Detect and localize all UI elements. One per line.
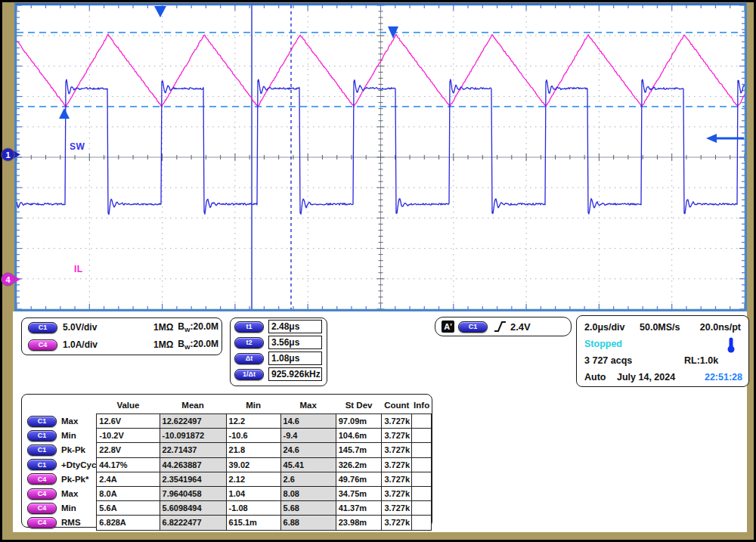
channel-badge: C1 (27, 416, 57, 427)
column-header: Mean (160, 397, 226, 414)
measurement-results-table: ValueMeanMinMaxSt DevCountInfo C1Max12.6… (25, 397, 432, 531)
column-header: St Dev (336, 397, 382, 414)
c4-min-marker-icon (59, 108, 70, 119)
cursor-t2-badge: t2 (234, 337, 264, 348)
measurement-row[interactable]: C1+DtyCyc44.17%44.26388739.0245.41326.2m… (25, 457, 432, 472)
measurement-value: -10.6 (226, 429, 280, 443)
channel-settings-panel: C1 5.0V/div 1MΩ BW:20.0M C4 1.0A/div 1MΩ… (21, 317, 222, 355)
measurement-value: 22.71437 (160, 443, 226, 457)
measurement-name: Pk-Pk (61, 445, 85, 454)
measurement-value: -9.4 (280, 429, 336, 443)
measurement-value: 3.727k (382, 457, 412, 472)
channel4-ground-marker[interactable]: 4 (1, 272, 23, 286)
measurement-row[interactable]: C4Pk-Pk*2.4A2.35419642.122.649.76m3.727k (25, 472, 432, 486)
trigger-level-value: 2.4V (510, 321, 531, 333)
measurement-value (412, 501, 432, 516)
channel4-impedance: 1MΩ (153, 339, 173, 350)
measurement-results-panel: ValueMeanMinMaxSt DevCountInfo C1Max12.6… (21, 394, 432, 528)
measurement-name: Pk-Pk* (61, 475, 88, 484)
measurement-value: -10.2V (97, 429, 160, 443)
measurement-value: 44.17% (97, 457, 160, 472)
channel4-scale: 1.0A/div (63, 339, 125, 350)
measurement-value: 3.727k (382, 443, 412, 457)
measurement-value: 21.8 (226, 443, 280, 457)
measurement-value (412, 414, 432, 429)
acquisition-count: 3 727 acqs (584, 355, 632, 366)
cursor-t2-row: t2 3.56μs (234, 335, 327, 350)
channel1-badge[interactable]: C1 (28, 322, 57, 333)
channel-badge: C1 (27, 444, 57, 456)
date-value: July 14, 2024 (617, 372, 675, 382)
measurement-value: 326.2m (336, 457, 382, 472)
measurement-value: 6.828A (97, 516, 160, 530)
measurement-value: 41.37m (336, 501, 382, 516)
measurement-value: 12.622497 (160, 414, 226, 429)
measurement-value: 3.727k (382, 486, 412, 500)
measurement-value: 12.2 (226, 414, 280, 429)
measurement-value: 8.0A (97, 486, 160, 500)
channel1-ground-marker[interactable]: 1 (1, 147, 23, 162)
measurement-value: 97.09m (336, 414, 382, 429)
measurement-value (412, 429, 432, 443)
channel-badge: C4 (27, 517, 57, 528)
measurement-row[interactable]: C4Max8.0A7.96404581.048.0834.75m3.727k (25, 486, 432, 500)
resolution-value: 20.0ns/pt (700, 322, 741, 333)
measurement-row[interactable]: C1Max12.6V12.62249712.214.697.09m3.727k (25, 414, 432, 429)
measurement-label: C1Pk-Pk (25, 443, 97, 457)
measurement-name: +DtyCyc (61, 460, 96, 469)
trigger-position-marker[interactable] (154, 6, 166, 17)
measurement-value: 14.6 (280, 414, 336, 429)
measurement-row[interactable]: C1Pk-Pk22.8V22.7143721.824.6145.7m3.727k (25, 443, 432, 457)
cursor-frequency-value: 925.926kHz (268, 367, 322, 381)
measurement-value (412, 472, 432, 486)
measurement-value: 2.3541964 (160, 472, 226, 486)
channel1-bandwidth: BW:20.0M (178, 321, 218, 333)
measurement-value: 34.75m (336, 486, 382, 500)
channel-badge: C4 (27, 473, 57, 485)
measurement-label: C4RMS (25, 516, 97, 530)
column-header (25, 397, 97, 414)
measurement-value: 2.12 (226, 472, 280, 486)
acquisition-panel: 2.0μs/div 50.0MS/s 20.0ns/pt Stopped 3 7… (576, 315, 749, 387)
measurement-value: 615.1m (226, 516, 280, 530)
measurement-value: 3.727k (382, 501, 412, 516)
svg-text:4: 4 (5, 275, 11, 284)
measurement-label: C4Min (25, 501, 97, 516)
column-header: Info (412, 397, 432, 414)
measurement-value: 3.727k (382, 472, 412, 486)
channel4-badge[interactable]: C4 (28, 339, 57, 351)
svg-text:1: 1 (5, 150, 10, 160)
measurement-label: C1+DtyCyc (25, 457, 97, 472)
measurement-value: 6.88 (280, 516, 336, 530)
measurement-row[interactable]: C4RMS6.828A6.8222477615.1m6.8823.98m3.72… (25, 516, 432, 530)
measurement-value: 44.263887 (160, 457, 226, 472)
measurement-value: -10.091872 (160, 429, 226, 443)
channel1-impedance: 1MΩ (153, 322, 173, 333)
measurement-value (412, 457, 432, 472)
measurement-row[interactable]: C4Min5.6A5.6098494-1.085.6841.37m3.727k (25, 501, 432, 516)
measurement-value: 6.8222477 (160, 516, 226, 530)
measurement-label: C4Pk-Pk* (25, 472, 97, 486)
measurement-value: 39.02 (226, 457, 280, 472)
clock-time: 22:51:28 (705, 372, 742, 382)
measurement-value: 2.4A (97, 472, 160, 486)
measurement-name: Min (61, 503, 76, 513)
measurement-value: 12.6V (97, 414, 160, 429)
channel1-scale: 5.0V/div (63, 322, 125, 333)
measurement-value: 145.7m (336, 443, 382, 457)
channel4-settings[interactable]: C4 1.0A/div 1MΩ BW:20.0M (28, 336, 222, 353)
measurement-value: 49.76m (336, 472, 382, 486)
trigger-level-arrow-icon[interactable] (706, 134, 717, 143)
measurement-row[interactable]: C1Min-10.2V-10.091872-10.6-9.4104.6m3.72… (25, 429, 432, 443)
column-header: Min (226, 397, 280, 414)
waveform-display[interactable]: SW IL (14, 3, 747, 311)
column-header: Value (97, 397, 160, 414)
measurement-value: 7.9640458 (160, 486, 226, 500)
waveform-canvas[interactable] (17, 5, 745, 309)
thermometer-icon (724, 337, 738, 354)
measurement-value: 5.6A (97, 501, 160, 516)
channel1-settings[interactable]: C1 5.0V/div 1MΩ BW:20.0M (28, 319, 222, 336)
trigger-settings-panel[interactable]: A' C1 2.4V (435, 317, 572, 336)
measurement-value: 2.6 (280, 472, 336, 486)
timebase-value: 2.0μs/div (584, 322, 625, 333)
